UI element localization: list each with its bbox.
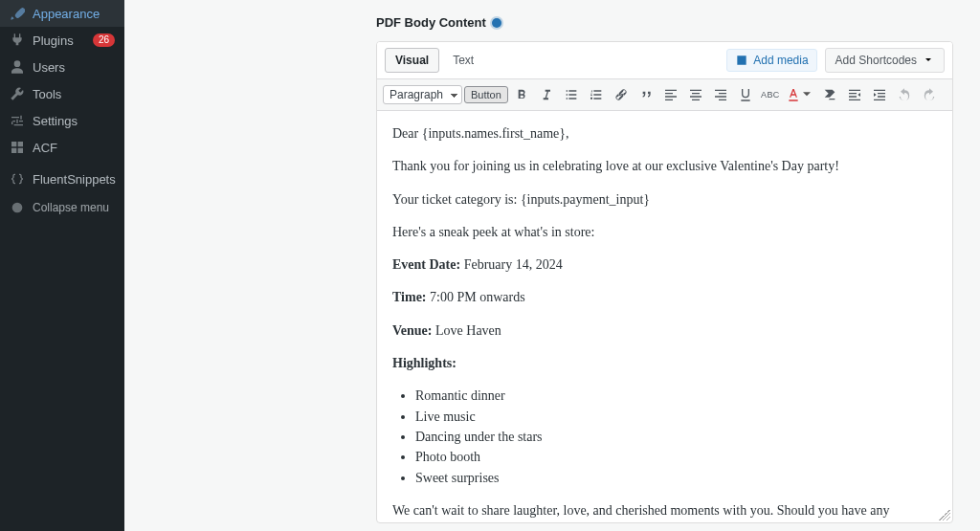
sidebar-item-label: Users xyxy=(33,60,115,75)
sidebar-item-label: Plugins xyxy=(33,33,85,48)
rich-text-editor: Visual Text Add media Add Shortcodes Par… xyxy=(376,41,953,523)
plugin-update-badge: 26 xyxy=(93,33,115,47)
list-item: Live music xyxy=(415,408,937,427)
sidebar-item-settings[interactable]: Settings xyxy=(0,107,124,134)
body-time: Time: 7:00 PM onwards xyxy=(392,288,937,307)
align-left-button[interactable] xyxy=(659,83,682,106)
link-button[interactable] xyxy=(610,83,633,106)
sliders-icon xyxy=(10,113,25,128)
body-intro: Thank you for joining us in celebrating … xyxy=(392,157,937,176)
chevron-down-icon xyxy=(923,55,934,66)
body-highlights-list: Romantic dinner Live music Dancing under… xyxy=(415,387,937,487)
add-media-label: Add media xyxy=(753,54,808,67)
body-ticket-line: Your ticket category is: {inputs.payment… xyxy=(392,190,937,210)
brush-icon xyxy=(10,6,25,21)
sidebar-item-label: Settings xyxy=(33,114,115,128)
chevron-down-icon xyxy=(799,87,814,102)
undo-button[interactable] xyxy=(893,83,916,106)
sidebar-item-appearance[interactable]: Appearance xyxy=(0,0,124,27)
list-item: Romantic dinner xyxy=(415,387,937,406)
editor-content[interactable]: Dear {inputs.names.first_name}, Thank yo… xyxy=(377,111,952,522)
sidebar-item-label: Appearance xyxy=(33,7,115,21)
sidebar-item-tools[interactable]: Tools xyxy=(0,80,124,107)
underline-button[interactable] xyxy=(734,83,757,106)
insert-button-chip[interactable]: Button xyxy=(464,86,508,103)
blockquote-button[interactable] xyxy=(635,83,657,106)
format-select[interactable]: Paragraph xyxy=(383,85,462,104)
indent-button[interactable] xyxy=(868,83,891,106)
body-highlights-label: Highlights: xyxy=(392,354,937,373)
body-closing: We can't wait to share laughter, love, a… xyxy=(392,501,937,522)
tab-text[interactable]: Text xyxy=(443,49,483,72)
sidebar-item-acf[interactable]: ACF xyxy=(0,134,124,161)
media-icon xyxy=(735,54,748,67)
body-sneak: Here's a sneak peek at what's in store: xyxy=(392,223,937,242)
plug-icon xyxy=(10,33,25,48)
list-item: Sweet surprises xyxy=(415,469,937,488)
italic-button[interactable] xyxy=(535,83,558,106)
section-title-text: PDF Body Content xyxy=(376,15,486,30)
body-venue: Venue: Love Haven xyxy=(392,321,937,341)
collapse-menu-button[interactable]: Collapse menu xyxy=(0,192,124,223)
main-content: PDF Body Content Visual Text Add media A… xyxy=(124,0,980,531)
redo-button[interactable] xyxy=(918,83,941,106)
outdent-button[interactable] xyxy=(843,83,866,106)
sidebar-item-label: FluentSnippets xyxy=(33,172,116,187)
add-media-button[interactable]: Add media xyxy=(726,49,816,72)
align-right-button[interactable] xyxy=(709,83,732,106)
body-event-date: Event Date: February 14, 2024 xyxy=(392,255,937,275)
editor-toolbar: Paragraph Button ABC xyxy=(377,78,952,111)
list-item: Dancing under the stars xyxy=(415,428,937,447)
add-shortcodes-label: Add Shortcodes xyxy=(835,54,917,67)
add-shortcodes-button[interactable]: Add Shortcodes xyxy=(825,48,945,73)
list-item: Photo booth xyxy=(415,448,937,467)
collapse-icon xyxy=(10,200,25,215)
align-center-button[interactable] xyxy=(684,83,707,106)
section-title: PDF Body Content xyxy=(376,15,953,30)
footer-note: You can use Conditional Content in PDF b… xyxy=(376,523,953,531)
sidebar-item-label: Tools xyxy=(33,87,115,101)
sidebar-item-label: ACF xyxy=(33,141,115,155)
bullet-list-button[interactable] xyxy=(560,83,583,106)
user-icon xyxy=(10,59,25,75)
strikethrough-button[interactable]: ABC xyxy=(759,83,782,106)
help-indicator-icon[interactable] xyxy=(492,18,501,28)
resize-handle[interactable] xyxy=(939,509,950,520)
number-list-button[interactable] xyxy=(585,83,608,106)
sidebar-item-plugins[interactable]: Plugins 26 xyxy=(0,27,124,54)
admin-sidebar: Appearance Plugins 26 Users Tools Settin… xyxy=(0,0,124,531)
editor-tab-row: Visual Text Add media Add Shortcodes xyxy=(377,42,952,78)
collapse-label: Collapse menu xyxy=(33,201,109,214)
bold-button[interactable] xyxy=(510,83,533,106)
sidebar-item-fluentsnippets[interactable]: FluentSnippets xyxy=(0,166,124,192)
clear-format-button[interactable] xyxy=(818,83,841,106)
braces-icon xyxy=(10,171,25,187)
sidebar-item-users[interactable]: Users xyxy=(0,54,124,80)
tab-visual[interactable]: Visual xyxy=(385,48,439,73)
text-color-button[interactable] xyxy=(784,83,816,106)
wrench-icon xyxy=(10,86,25,101)
grid-icon xyxy=(10,140,25,155)
body-greeting: Dear {inputs.names.first_name}, xyxy=(392,124,937,144)
